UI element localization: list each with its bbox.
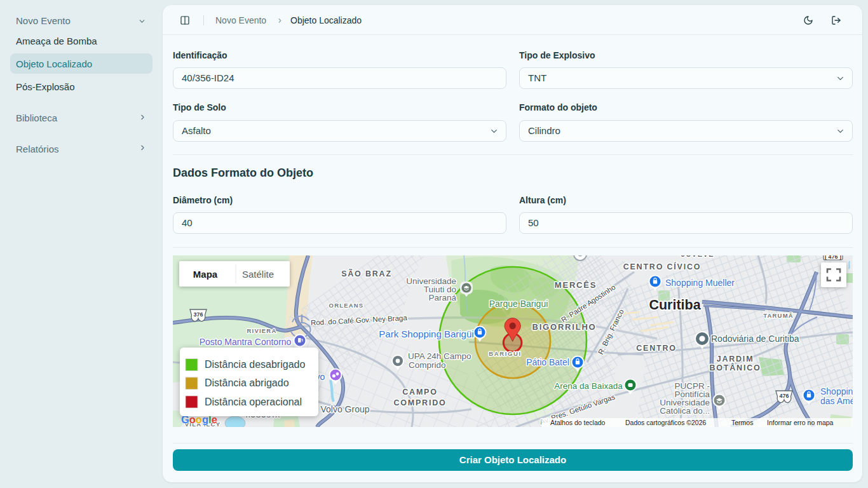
svg-text:Park Shopping Barigüi: Park Shopping Barigüi [379, 329, 473, 339]
svg-text:Pátio Batel: Pátio Batel [526, 357, 569, 367]
svg-text:Católica do...: Católica do... [660, 406, 710, 416]
svg-text:476: 476 [779, 393, 789, 399]
svg-text:Parque Barigui: Parque Barigui [489, 299, 548, 309]
svg-text:Curitiba: Curitiba [649, 297, 701, 313]
svg-text:Dados cartográficos ©2026: Dados cartográficos ©2026 [625, 419, 707, 426]
svg-text:UPA 24h Campo: UPA 24h Campo [408, 351, 471, 361]
svg-text:CENTRO: CENTRO [636, 344, 677, 353]
svg-text:[ 476 ]: [ 476 ] [825, 255, 841, 260]
svg-text:Termos: Termos [731, 419, 753, 426]
svg-text:JUVEVÊ: JUVEVÊ [681, 255, 714, 258]
svg-text:Shopping Mueller: Shopping Mueller [665, 278, 735, 288]
svg-text:Posto Mantra Contorno: Posto Mantra Contorno [200, 337, 292, 347]
svg-text:Arena da Baixada: Arena da Baixada [554, 381, 623, 391]
svg-text:CAMPO: CAMPO [402, 388, 438, 396]
svg-text:BARIGUI: BARIGUI [489, 350, 521, 357]
svg-text:JARDIM: JARDIM [717, 355, 754, 363]
svg-text:Shopping: Shopping [820, 386, 853, 396]
svg-text:Rodoviária de Curitiba: Rodoviária de Curitiba [711, 334, 799, 344]
svg-text:BOTÂNICO: BOTÂNICO [709, 363, 761, 372]
svg-text:Paraná: Paraná [428, 293, 456, 302]
svg-text:Atalhos do teclado: Atalhos do teclado [550, 419, 606, 426]
svg-text:Volvo Group: Volvo Group [320, 404, 369, 414]
svg-text:376: 376 [193, 311, 203, 318]
svg-text:TARUMÃ: TARUMÃ [763, 312, 794, 319]
svg-text:Satélite: Satélite [242, 269, 274, 280]
svg-text:Mapa: Mapa [193, 269, 218, 280]
svg-text:SÃO BRAZ: SÃO BRAZ [341, 269, 392, 278]
svg-text:ORLEANS: ORLEANS [329, 302, 364, 309]
svg-text:CENTRO CÍVICO: CENTRO CÍVICO [623, 262, 702, 271]
svg-text:Informar erro no mapa: Informar erro no mapa [767, 419, 834, 426]
svg-text:RIVIERA: RIVIERA [247, 327, 277, 334]
svg-text:das Amé: das Amé [820, 396, 853, 406]
svg-text:Distância operacional: Distância operacional [205, 396, 302, 407]
svg-text:COMPRIDO: COMPRIDO [393, 398, 446, 407]
svg-text:Distância abrigado: Distância abrigado [205, 377, 289, 388]
svg-text:MERCÊS: MERCÊS [555, 280, 597, 290]
svg-text:Distância desabrigado: Distância desabrigado [205, 359, 305, 370]
svg-text:Comprido: Comprido [409, 360, 446, 370]
